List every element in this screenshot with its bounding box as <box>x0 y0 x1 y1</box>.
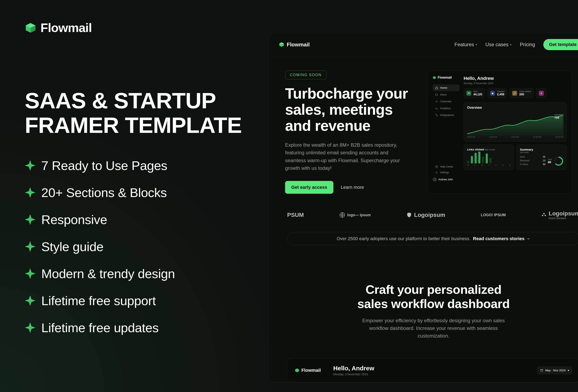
channels-icon <box>435 100 438 103</box>
summary-row: Sent25 <box>520 156 545 158</box>
link-icon: 🔗 <box>512 91 517 96</box>
sparkle-icon <box>25 214 36 225</box>
stat-links-clicked: 🔗Links clicked200 <box>509 88 534 98</box>
chart-caption: Opened793 <box>554 114 562 119</box>
nav-link-use-cases[interactable]: Use cases▾ <box>485 42 512 47</box>
sidenav-item-help[interactable]: Help Center <box>433 164 460 170</box>
bar <box>482 157 484 163</box>
logo-strip: PSUM logo— ipsum Logoipsum LOGO! IPSUM L… <box>269 194 578 228</box>
bars-x-axis: MTWTFSS <box>467 164 511 166</box>
stat-opened: ◉Opened2,458 <box>487 88 507 98</box>
svg-marker-18 <box>295 368 299 372</box>
help-icon <box>435 165 438 168</box>
dash2-date: Monday, 5 November 2024 <box>333 373 374 376</box>
ring-label: Total89 <box>548 158 552 164</box>
section2-title: Craft your personalized sales workflow d… <box>293 282 574 311</box>
sparkle-icon <box>25 322 36 333</box>
svg-rect-8 <box>435 114 436 115</box>
bar <box>467 161 469 163</box>
bullet-item: 20+ Sections & Blocks <box>25 185 252 200</box>
adopters-text: Over 2500 early adopters use our platfor… <box>337 236 471 241</box>
bar <box>478 152 480 163</box>
dash-date: Monday, 5 November 2024 <box>464 82 567 85</box>
avatar <box>433 177 437 181</box>
dash-sidenav: Home Inbox Channels Analytics Integratio… <box>433 84 460 118</box>
calendar-icon <box>540 369 543 372</box>
svg-rect-9 <box>437 115 438 116</box>
nav-link-pricing[interactable]: Pricing <box>520 42 535 47</box>
dashboard-mock-2: Flowmail Hello, Andrew Monday, 5 Novembe… <box>287 358 578 382</box>
flower-icon <box>541 212 547 218</box>
bullet-item: Lifetime free updates <box>25 320 252 335</box>
links-title: Links clicked last month <box>467 148 511 151</box>
logo-item: Logoipsum <box>406 212 445 218</box>
integrations-icon <box>435 114 438 117</box>
svg-rect-19 <box>541 369 543 371</box>
nav-brand[interactable]: Flowmail <box>279 42 310 48</box>
dash-greeting: Hello, Andrew <box>464 76 567 81</box>
dashboard-mock: Flowmail Home Inbox Channels Analytics I… <box>428 71 572 194</box>
bar <box>489 158 491 163</box>
bar-chart <box>467 151 511 163</box>
arrow-right-icon: → <box>526 236 530 241</box>
nav-link-features[interactable]: Features▾ <box>455 42 477 47</box>
brand-cube-icon <box>295 368 299 373</box>
svg-marker-5 <box>433 76 435 79</box>
site-nav: Flowmail Features▾ Use cases▾ Pricing Ge… <box>269 33 578 56</box>
sidenav-item-analytics[interactable]: Analytics <box>433 105 460 112</box>
nav-brand-name: Flowmail <box>287 42 310 48</box>
sparkle-icon <box>25 160 36 171</box>
summary-card: Summary last week Sent25 Recieved23 In I… <box>517 144 567 170</box>
brand-lockup: Flowmail <box>25 21 252 35</box>
dash2-brand: Flowmail <box>295 368 321 373</box>
stat-extra: ✦ <box>536 88 546 98</box>
section2-subtitle: Empower your efficiency by effortlessly … <box>359 317 508 340</box>
date-range-picker[interactable]: May - Nov 2024 ▾ <box>537 366 572 374</box>
stat-row: ✉Sent44,125 ◉Opened2,458 🔗Links clicked2… <box>464 88 567 98</box>
extra-icon: ✦ <box>539 91 544 96</box>
sidenav-item-settings[interactable]: Settings <box>433 170 460 175</box>
learn-more-link[interactable]: Learn more <box>341 185 364 190</box>
logo-item: LOGO! IPSUM <box>481 213 506 217</box>
links-clicked-card: Links clicked last month MTWTFSS <box>464 144 514 170</box>
sidenav-item-integrations[interactable]: Integrations <box>433 112 460 118</box>
adopters-banner: Over 2500 early adopters use our platfor… <box>287 232 578 245</box>
svg-point-7 <box>436 101 437 102</box>
dash-user[interactable]: Andrew John <box>433 177 460 181</box>
logo-item: logo— ipsum <box>339 212 371 218</box>
hero-subtitle: Explore the wealth of an 8M+ B2B sales r… <box>285 141 405 172</box>
bullet-item: 7 Ready to Use Pages <box>25 158 252 173</box>
bullet-item: Responsive <box>25 212 252 227</box>
brand-cube-icon <box>433 76 436 79</box>
read-stories-link[interactable]: Read customers stories → <box>473 236 530 241</box>
home-icon <box>435 87 438 89</box>
bar <box>475 153 477 163</box>
sidenav-item-channels[interactable]: Channels <box>433 98 460 105</box>
sparkle-icon <box>25 268 36 279</box>
sparkle-icon <box>25 241 36 252</box>
summary-sub: last week <box>520 151 563 154</box>
sparkle-icon <box>25 187 36 198</box>
chevron-down-icon: ▾ <box>476 43 477 46</box>
shield-icon <box>406 212 412 218</box>
page-title: SAAS & STARTUP FRAMER TEMPLATE <box>25 88 252 138</box>
title-line-2: FRAMER TEMPLATE <box>25 113 242 138</box>
bullet-item: Lifetime free support <box>25 293 252 308</box>
brand-cube-icon <box>279 42 284 47</box>
sidenav-item-inbox[interactable]: Inbox <box>433 91 460 98</box>
svg-point-16 <box>542 215 543 216</box>
logo-item: PSUM <box>287 212 304 218</box>
nav-cta-button[interactable]: Get template→ <box>543 39 578 50</box>
svg-point-17 <box>545 215 546 216</box>
summary-title: Summary <box>520 148 563 151</box>
sent-icon: ✉ <box>466 91 471 96</box>
brand-cube-icon <box>25 22 36 34</box>
title-line-1: SAAS & STARTUP <box>25 88 216 113</box>
coming-soon-badge: COMING SOON <box>285 71 326 80</box>
sidenav-item-home[interactable]: Home <box>433 84 460 91</box>
get-early-access-button[interactable]: Get early access <box>285 181 333 194</box>
dash-brand: Flowmail <box>433 76 460 80</box>
bullet-item: Modern & trendy design <box>25 266 252 281</box>
analytics-icon <box>435 107 438 110</box>
chevron-down-icon: ▾ <box>568 369 569 372</box>
